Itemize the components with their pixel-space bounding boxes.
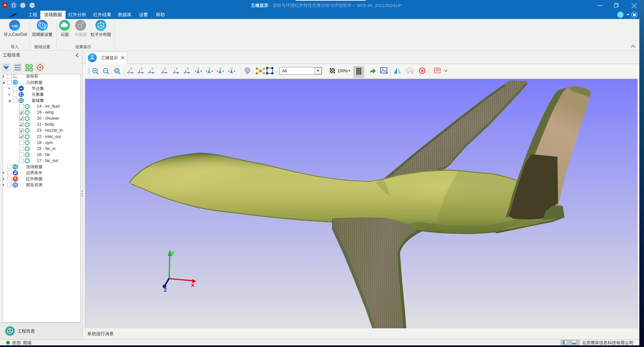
svg-text:Z: Z — [164, 287, 167, 293]
svg-text:Y: Y — [130, 67, 132, 70]
svg-text:Y: Y — [208, 67, 210, 70]
svg-text:z: z — [131, 71, 133, 74]
svg-text:Y: Y — [176, 67, 178, 70]
svg-text:x: x — [234, 69, 235, 73]
svg-text:Y: Y — [141, 67, 143, 70]
svg-text:z: z — [206, 69, 207, 73]
svg-text:cas: cas — [12, 23, 17, 28]
svg-text:x: x — [161, 71, 163, 74]
svg-text:z: z — [228, 69, 229, 73]
svg-text:x: x — [127, 71, 129, 74]
svg-text:x: x — [184, 71, 185, 74]
svg-text:z: z — [142, 71, 143, 74]
svg-text:z: z — [165, 71, 166, 74]
svg-text:Y: Y — [197, 67, 199, 70]
svg-text:z: z — [195, 69, 196, 73]
svg-text:All: All — [282, 69, 287, 73]
svg-text:x: x — [211, 69, 213, 73]
svg-text:z: z — [188, 71, 189, 74]
svg-text:z: z — [217, 69, 218, 73]
svg-text:x: x — [148, 71, 150, 74]
svg-text:X: X — [191, 282, 194, 288]
svg-text:z: z — [14, 76, 15, 79]
svg-text:x: x — [173, 71, 174, 74]
svg-text:Y: Y — [219, 67, 221, 70]
svg-text:Y: Y — [164, 67, 166, 70]
svg-text:Y: Y — [187, 67, 189, 70]
svg-text:y: y — [171, 249, 174, 256]
svg-text:x: x — [222, 69, 224, 73]
svg-text:z: z — [152, 71, 154, 74]
svg-text:100%: 100% — [337, 69, 348, 73]
svg-text:z: z — [177, 71, 178, 74]
svg-text:x: x — [16, 76, 17, 79]
svg-text:x: x — [138, 71, 139, 74]
svg-text:Y: Y — [151, 67, 153, 70]
svg-text:x: x — [200, 69, 202, 73]
svg-text:Y: Y — [231, 67, 233, 70]
